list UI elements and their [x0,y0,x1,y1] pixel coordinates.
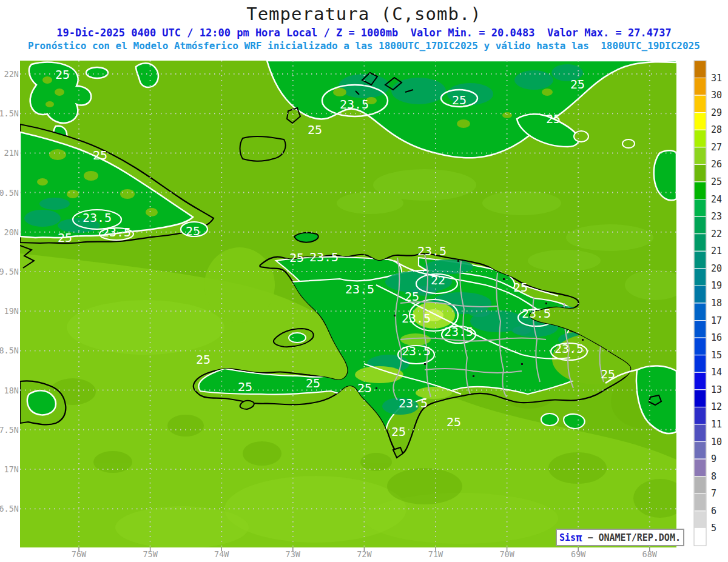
colorbar-label: 23 [711,211,722,222]
contour-label: 25 [546,112,561,126]
lat-label: 22N [4,69,19,79]
contour-label: 23.5 [522,306,551,321]
lat-label: 9.5N [0,267,19,276]
colorbar-cell [694,61,706,78]
weather-map-page: Temperatura (C,somb.) 19-Dic-2025 0400 U… [0,0,728,562]
colorbar-cell [694,424,706,442]
colorbar: 3130292827262524232221201918171615141312… [694,61,722,546]
colorbar-label: 19 [711,280,722,291]
colorbar-label: 17 [711,315,722,326]
contour-label: 23.5 [444,324,473,339]
branding-box: Sisπ − ONAMET/REP.DOM. [556,529,684,546]
colorbar-cell [694,216,706,234]
colorbar-label: 29 [711,107,722,118]
colorbar-label: 5 [711,523,716,534]
colorbar-cell [694,493,706,511]
colorbar-label: 16 [711,332,722,343]
contour-label: 25 [289,250,304,265]
contour-label: 23.5 [417,244,447,258]
pi-icon: π [576,532,582,544]
branding-agency: − ONAMET/REP.DOM. [582,532,681,543]
contour-label: 25 [452,93,467,107]
lon-label: 72W [357,549,372,559]
colorbar-cell [694,95,706,113]
colorbar-label: 13 [711,384,722,395]
colorbar-cell [694,303,706,321]
contour-label: 25 [238,380,252,394]
colorbar-cell [694,164,706,182]
contour-label: 23.5 [340,97,369,112]
lon-label: 69W [571,549,586,559]
contour-label: 23.5 [102,225,131,239]
contour-label: 25 [405,289,419,304]
map-canvas: 2523.5252525252523.523.525252523.523.523… [0,0,728,562]
contour-label: 23.5 [399,396,428,410]
colorbar-label: 9 [711,453,716,464]
contour-label: 23.5 [83,210,112,225]
colorbar-label: 8 [711,471,716,482]
colorbar-cell [694,182,706,199]
lat-label: 8.5N [0,346,19,355]
contour-label: 25 [55,67,70,82]
colorbar-label: 21 [711,246,722,256]
colorbar-cell [694,147,706,165]
lon-label: 74W [214,549,229,559]
colorbar-label: 10 [711,437,722,447]
lat-label: 1.5N [0,109,19,118]
contour-label: 25 [391,424,406,439]
contour-label: 25 [93,148,107,162]
contour-label: 25 [447,415,461,429]
colorbar-cell [694,78,706,96]
contour-label: 23.5 [402,344,431,358]
colorbar-cell [694,251,706,269]
contour-label: 25 [357,381,372,395]
lat-label: 17N [4,464,19,474]
contour-label: 25 [196,352,211,367]
colorbar-cell [694,407,706,424]
colorbar-cell [694,528,706,546]
colorbar-cell [694,511,706,529]
lat-label: 0.5N [0,188,19,198]
contour-label: 25 [513,280,528,295]
colorbar-label: 18 [711,298,722,309]
colorbar-cell [694,234,706,252]
colorbar-label: 11 [711,419,722,430]
colorbar-cell [694,269,706,286]
colorbar-label: 27 [711,142,722,153]
colorbar-cell [694,442,706,460]
contour-label: 23.5 [345,282,374,296]
lat-label: 19N [4,306,19,316]
lon-label: 68W [642,549,658,559]
colorbar-cell [694,199,706,217]
colorbar-label: 30 [711,90,722,101]
warm-patch [115,506,249,549]
lat-label: 20N [4,227,19,237]
colorbar-cell [694,338,706,355]
colorbar-cell [694,390,706,407]
lat-label: 7.5N [0,425,19,435]
lon-label: 76W [72,549,87,559]
map-area: 2523.5252525252523.523.525252523.523.523… [20,61,687,549]
colorbar-label: 28 [711,124,722,135]
colorbar-cell [694,477,706,494]
contour-label: 23.5 [309,250,339,264]
colorbar-label: 12 [711,401,722,412]
warm-patch [67,300,224,355]
lat-label: 21N [4,148,19,158]
contour-label: 22 [431,273,445,287]
colorbar-label: 14 [711,367,722,378]
lat-label: 6.5N [0,504,19,513]
tortuga-island [294,233,318,243]
colorbar-cell [694,372,706,390]
lon-label: 71W [428,549,443,559]
colorbar-cell [694,113,706,130]
colorbar-label: 31 [711,73,722,84]
colorbar-label: 26 [711,159,722,170]
colorbar-label: 22 [711,229,722,239]
colorbar-cell [694,321,706,338]
contour-label: 25 [306,376,320,390]
contour-label: 25 [601,367,615,381]
contour-label: 25 [308,122,322,137]
contour-label: 23.5 [402,311,431,326]
contour-label: 23.5 [554,341,584,356]
